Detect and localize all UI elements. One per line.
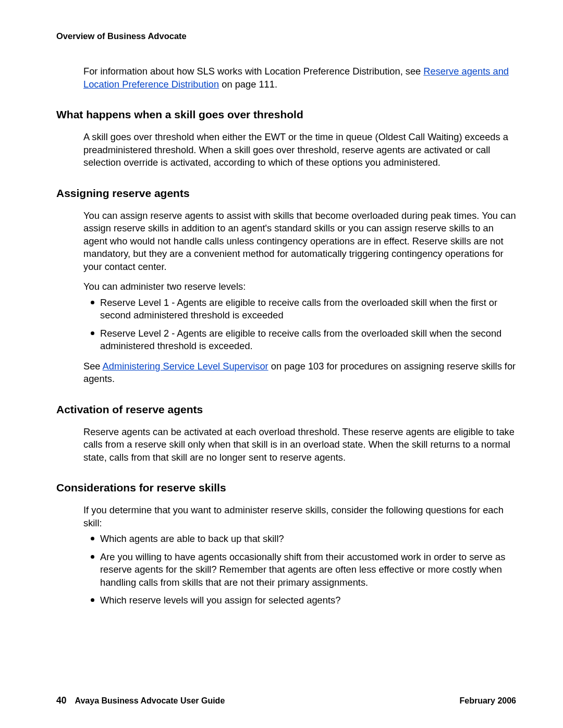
intro-text-suffix: on page 111. (219, 79, 277, 90)
list-item: Reserve Level 1 - Agents are eligible to… (94, 297, 516, 322)
footer-guide-title: Avaya Business Advocate User Guide (75, 696, 225, 706)
intro-paragraph: For information about how SLS works with… (56, 65, 516, 91)
list-item: Are you willing to have agents occasiona… (94, 551, 516, 589)
considerations-list-wrapper: Which agents are able to back up that sk… (56, 533, 516, 607)
link-administering-sls[interactable]: Administering Service Level Supervisor (103, 361, 268, 372)
running-header: Overview of Business Advocate (56, 31, 516, 41)
heading-threshold: What happens when a skill goes over thre… (56, 108, 516, 121)
assigning-list-wrapper: Reserve Level 1 - Agents are eligible to… (56, 297, 516, 353)
list-item: Reserve Level 2 - Agents are eligible to… (94, 327, 516, 353)
assigning-paragraph-2: You can administer two reserve levels: (56, 280, 516, 293)
threshold-paragraph: A skill goes over threshold when either … (56, 131, 516, 169)
assigning-paragraph-1: You can assign reserve agents to assist … (56, 209, 516, 274)
footer-left: 40 Avaya Business Advocate User Guide (56, 695, 225, 706)
page-footer: 40 Avaya Business Advocate User Guide Fe… (56, 695, 516, 706)
assigning-closing-prefix: See (83, 361, 103, 372)
considerations-paragraph: If you determine that you want to admini… (56, 504, 516, 529)
footer-date: February 2006 (459, 696, 516, 706)
list-item: Which agents are able to back up that sk… (94, 533, 516, 546)
page-container: Overview of Business Advocate For inform… (0, 0, 563, 728)
heading-considerations: Considerations for reserve skills (56, 482, 516, 494)
activation-paragraph: Reserve agents can be activated at each … (56, 426, 516, 464)
heading-activation: Activation of reserve agents (56, 403, 516, 416)
page-number: 40 (56, 695, 66, 706)
heading-assigning: Assigning reserve agents (56, 187, 516, 200)
assigning-closing: See Administering Service Level Supervis… (56, 360, 516, 386)
considerations-bullet-list: Which agents are able to back up that sk… (83, 533, 516, 607)
list-item: Which reserve levels will you assign for… (94, 594, 516, 607)
assigning-bullet-list: Reserve Level 1 - Agents are eligible to… (83, 297, 516, 353)
intro-text-prefix: For information about how SLS works with… (83, 66, 423, 77)
